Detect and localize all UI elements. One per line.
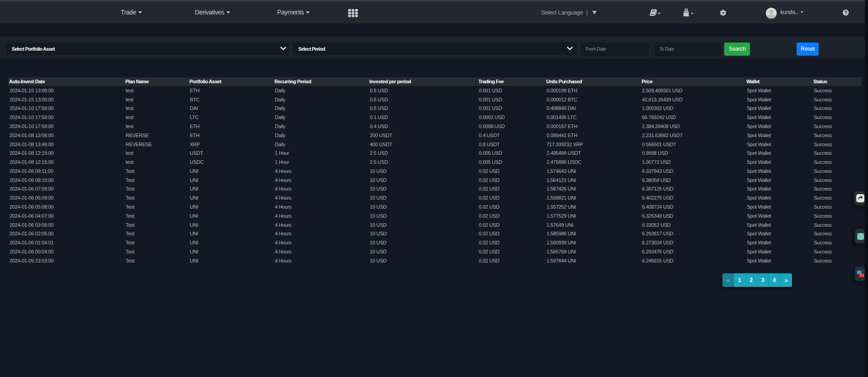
svg-text:?: ? <box>844 10 847 15</box>
